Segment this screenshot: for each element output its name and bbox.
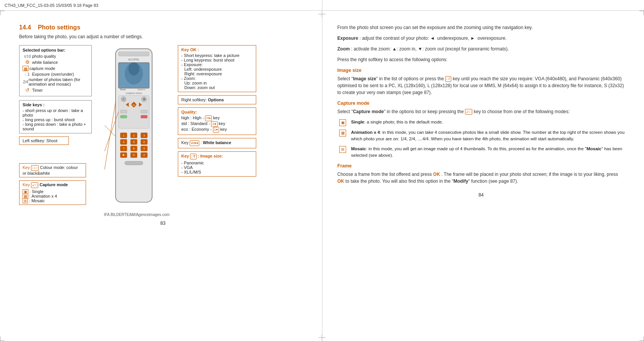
image-size-heading: Image size [337, 68, 625, 73]
right-content: From the photo shot screen you can set t… [337, 24, 625, 185]
zoom-label: Zoom [337, 46, 350, 52]
svg-text:ALCATEL: ALCATEL [128, 58, 139, 61]
svg-text:#: # [143, 154, 145, 156]
right-page: From the photo shot screen you can set t… [322, 11, 644, 341]
mode-animation-icon: ▦ [337, 130, 348, 136]
quality-high: high : High - H● key [181, 115, 253, 121]
capture-mode-key-label: Key [23, 182, 31, 187]
frame-para: Choose a frame from the list offered and… [337, 171, 625, 185]
image-size-xlms: - XL/L/M/S [181, 170, 253, 174]
svg-rect-21 [120, 110, 127, 113]
capture-mode-single: ▣ : Single [23, 189, 83, 194]
left-softkey-label: Left softkey: Shoot [23, 138, 57, 143]
quality-title: Quality: [181, 110, 253, 114]
page-number-right: 84 [337, 192, 625, 198]
svg-rect-22 [141, 110, 147, 113]
svg-rect-24 [141, 115, 147, 118]
side-keys-title: Side keys : [23, 102, 88, 107]
svg-text:OK: OK [133, 104, 136, 106]
opt-label-2: white balance [32, 60, 58, 65]
quality-eco: eco : Economy - 1● key [181, 127, 253, 133]
options-bar-title: Selected options bar: [23, 48, 88, 52]
opt-icon-4: - 1 [23, 72, 32, 76]
capture-mode-mosaic: ⊞ : Mosaic [23, 198, 83, 203]
opt-icon-5: 2/4 [23, 80, 29, 84]
svg-text:9: 9 [143, 147, 145, 150]
key-ok-item-5: Right: overexposure [181, 71, 253, 76]
mode-mosaic-text: Mosaic: in this mode, you will get an im… [351, 146, 625, 159]
svg-text:8: 8 [133, 147, 135, 150]
capture-key-icon: ↙□ [465, 109, 472, 115]
right-callout-boxes: Key OK : - Short keypress: take a pictur… [178, 45, 256, 180]
left-page: 14.4 Photo settings Before taking the ph… [0, 11, 322, 341]
capture-mode-icon: ↙□ [31, 182, 38, 188]
side-key-3: - long press down : take a photo + sound [23, 122, 88, 131]
svg-text:✱: ✱ [143, 98, 145, 101]
quality-box: Quality: high : High - H● key std : Stan… [178, 107, 256, 135]
capture-mode-intro: Select "Capture mode" in the options lis… [337, 108, 625, 115]
phone-diagram: ALCATEL Shoot Options CAMERA VIDEO C ✱ [96, 45, 178, 217]
opt-icon-3: ▦ [23, 66, 29, 71]
mode-animation: ▦ Animation x 4: in this mode, you can t… [337, 129, 625, 143]
colour-mode-box: Key □— Colour mode: colour or black&whit… [19, 163, 86, 177]
photo-caption: IFA BILDERTEAM/Agenceimages.com [96, 213, 178, 217]
page-number-left-text: 83 [160, 221, 165, 226]
exposure-label: Exposure [337, 36, 358, 41]
zoom-text: : activate the zoom: ▲: zoom in, ▼: zoom… [351, 46, 509, 52]
opt-item-3: ▦ capture mode [23, 66, 88, 71]
svg-text:Shoot: Shoot [120, 88, 126, 91]
image-size-vga: - VGA [181, 165, 253, 170]
key-ok-item-1: - Short keypress: take a picture [181, 53, 253, 58]
mode-mosaic: ⊞ Mosaic: in this mode, you will get an … [337, 146, 625, 159]
svg-point-5 [128, 62, 140, 75]
svg-text:3: 3 [143, 134, 145, 137]
options-bar-box: Selected options bar: std photo quality … [19, 45, 92, 96]
opt-item-2: ⚙ white balance [23, 59, 88, 65]
exposure-text: : adjust the contrast of your photo: ◄ u… [359, 36, 507, 41]
svg-text:5: 5 [133, 141, 135, 143]
key-ok-title: Key OK : [181, 47, 253, 52]
svg-text:C: C [123, 98, 125, 101]
frame-heading: Frame [337, 163, 625, 169]
intro-text: Before taking the photo, you can adjust … [19, 34, 307, 39]
svg-rect-1 [119, 52, 149, 56]
capture-mode-heading: Capture mode [337, 101, 625, 106]
image-size-key-icon: □7 [445, 76, 451, 82]
right-intro: From the photo shot screen you can set t… [337, 24, 625, 31]
ok-label-1: OK [433, 172, 440, 177]
svg-text:Options: Options [138, 88, 145, 91]
opt-label-4: Exposure (over/under) [32, 72, 74, 76]
mode-single-text: Single: a single photo; this is the defa… [351, 119, 443, 125]
image-size-title: Key □7 : Image size: [181, 154, 253, 159]
opt-icon-2: ⚙ [23, 59, 32, 65]
opt-item-5: 2/4 number of photos taken (for animatio… [23, 77, 88, 86]
opt-label-5: number of photos taken (for animation an… [29, 77, 88, 86]
zoom-para: Zoom : activate the zoom: ▲: zoom in, ▼:… [337, 45, 625, 52]
left-softkey-box: Left softkey: Shoot [19, 136, 69, 145]
ok-label-2: OK [337, 179, 344, 184]
image-size-para: Select "Image size" in the list of optio… [337, 75, 625, 96]
svg-text:7: 7 [123, 147, 124, 150]
opt-label-3: capture mode [29, 66, 55, 71]
right-softkey-box: Right softkey: Options [178, 95, 256, 104]
key-ok-box: Key OK : - Short keypress: take a pictur… [178, 45, 256, 92]
diagram-area: Selected options bar: std photo quality … [19, 45, 307, 217]
header-text: CTH3_UM_FCC_15-03-05 15/03/05 9:18 Page … [5, 3, 98, 8]
capture-mode-heading: Capture mode [40, 182, 68, 187]
side-key-1: - short press up or down : take a photo [23, 108, 88, 117]
side-key-2: - long press up : burst shoot [23, 117, 88, 122]
colour-mode-icon: □— [31, 165, 39, 171]
opt-icon-1: std [23, 54, 32, 58]
opt-label-1: photo quality [32, 54, 56, 58]
spacer-1 [19, 148, 96, 163]
svg-text:1: 1 [123, 134, 124, 137]
page-number-left: 83 [19, 221, 307, 226]
svg-text:0: 0 [133, 154, 135, 156]
svg-text:2: 2 [133, 134, 135, 137]
opt-label-6: Timer [32, 88, 43, 93]
svg-text:✱: ✱ [122, 154, 125, 156]
section-number: 14.4 [19, 24, 31, 31]
mode-single-icon: ▣ [337, 119, 348, 126]
key-ok-item-2: - Long keypress: burst shoot [181, 58, 253, 62]
image-size-panoramic: - Panoramic [181, 161, 253, 165]
